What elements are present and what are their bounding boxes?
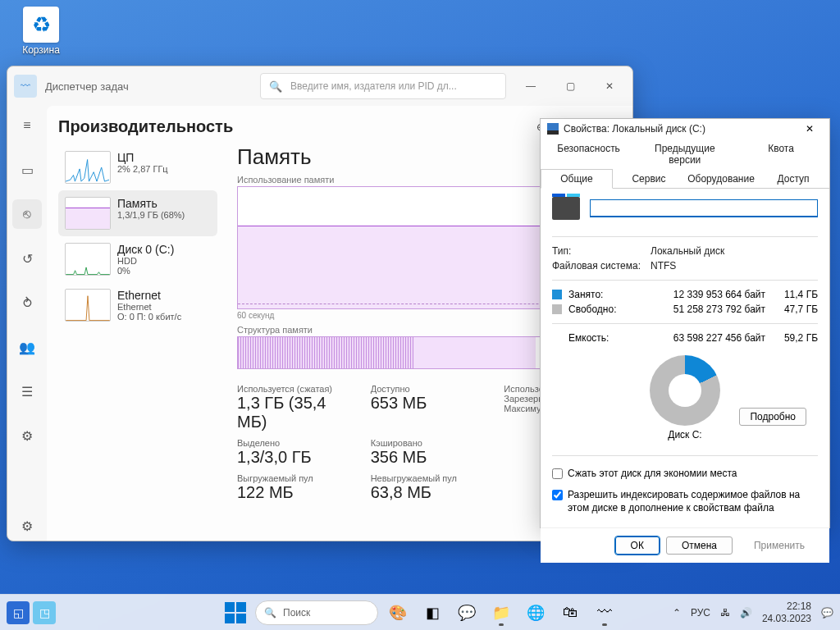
- notifications-icon[interactable]: 💬: [821, 607, 833, 619]
- index-checkbox[interactable]: [552, 490, 563, 500]
- task-view-icon[interactable]: ◧: [418, 598, 447, 628]
- search-icon: 🔍: [264, 607, 276, 619]
- disk-properties-window: Свойства: Локальный диск (C:) ✕ Безопасн…: [540, 118, 830, 528]
- network-icon[interactable]: 🖧: [720, 607, 730, 619]
- drive-large-icon: [552, 197, 580, 220]
- free-gb: 47,7 ГБ: [772, 304, 818, 315]
- compress-checkbox-row[interactable]: Сжать этот диск для экономии места: [552, 467, 818, 480]
- free-color-swatch: [552, 304, 562, 314]
- tab-sharing[interactable]: Доступ: [757, 169, 829, 189]
- drive-icon: [547, 123, 559, 135]
- edge-icon[interactable]: 🌐: [521, 598, 550, 628]
- recycle-bin[interactable]: ♻ Корзина: [15, 7, 67, 56]
- startup-icon[interactable]: ⥁: [12, 288, 42, 317]
- start-button[interactable]: [221, 598, 250, 628]
- close-button[interactable]: ✕: [593, 73, 626, 99]
- apply-button[interactable]: Применить: [739, 536, 819, 555]
- page-title: Производительность: [58, 117, 233, 136]
- services-icon[interactable]: ⚙: [12, 421, 42, 450]
- search-icon: 🔍: [269, 80, 282, 93]
- settings-icon[interactable]: ⚙: [12, 511, 42, 541]
- task-manager-search[interactable]: 🔍 Введите имя, издателя или PID дл...: [260, 73, 506, 99]
- capacity-bytes: 63 598 227 456 байт: [641, 332, 765, 344]
- properties-close-button[interactable]: ✕: [797, 119, 823, 139]
- stat-inuse: 1,3 ГБ (35,4 МБ): [237, 394, 354, 431]
- drive-filesystem: NTFS: [651, 260, 676, 272]
- stat-cached: 356 МБ: [371, 448, 488, 467]
- stat-nonpaged: 63,8 МБ: [371, 483, 488, 502]
- perf-item-memory[interactable]: Память1,3/1,9 ГБ (68%): [58, 190, 217, 236]
- taskmgr-taskbar-icon[interactable]: 〰: [590, 598, 619, 628]
- language-indicator[interactable]: РУС: [691, 607, 710, 619]
- tab-general[interactable]: Общие: [541, 169, 613, 189]
- pie-label: Диск C:: [552, 429, 818, 441]
- perf-item-ethernet[interactable]: EthernetEthernetО: 0 П: 0 кбит/с: [58, 282, 217, 328]
- drive-type: Локальный диск: [651, 245, 724, 257]
- tab-previous-versions[interactable]: Предыдущие версии: [637, 139, 733, 170]
- perf-item-cpu[interactable]: ЦП2% 2,87 ГГц: [58, 144, 217, 190]
- performance-icon[interactable]: ⎋: [12, 199, 42, 229]
- details-button[interactable]: Подробно: [739, 408, 806, 426]
- task-manager-titlebar: 〰 Диспетчер задач 🔍 Введите имя, издател…: [7, 66, 632, 106]
- details-icon[interactable]: ☰: [12, 377, 42, 406]
- recycle-bin-icon: ♻: [23, 7, 59, 43]
- used-color-swatch: [552, 290, 562, 299]
- cancel-button[interactable]: Отмена: [666, 536, 733, 555]
- maximize-button[interactable]: ▢: [554, 73, 587, 99]
- properties-title: Свойства: Локальный диск (C:): [564, 123, 705, 135]
- search-placeholder: Введите имя, издателя или PID дл...: [290, 80, 457, 92]
- app-history-icon[interactable]: ↺: [12, 244, 42, 273]
- stat-committed: 1,3/3,0 ГБ: [237, 448, 354, 467]
- stat-available: 653 МБ: [371, 394, 488, 413]
- perf-item-disk[interactable]: Диск 0 (C:)HDD0%: [58, 236, 217, 282]
- tab-tools[interactable]: Сервис: [613, 169, 685, 189]
- compress-checkbox[interactable]: [552, 468, 563, 479]
- ok-button[interactable]: ОК: [615, 536, 660, 555]
- widgets-button-2[interactable]: ◳: [33, 601, 56, 624]
- chat-icon[interactable]: 💬: [452, 598, 482, 628]
- tab-hardware[interactable]: Оборудование: [685, 169, 757, 189]
- task-manager-nav-rail: ≡ ▭ ⎋ ↺ ⥁ 👥 ☰ ⚙ ⚙: [7, 106, 47, 541]
- performance-list: ЦП2% 2,87 ГГц Память1,3/1,9 ГБ (68%) Дис…: [58, 144, 222, 541]
- explorer-icon[interactable]: 📁: [486, 598, 516, 628]
- recycle-bin-label: Корзина: [15, 44, 67, 56]
- task-manager-title: Диспетчер задач: [45, 80, 129, 93]
- disk-usage-pie: [650, 355, 720, 426]
- tab-security[interactable]: Безопасность: [541, 139, 637, 170]
- used-bytes: 12 339 953 664 байт: [641, 289, 765, 300]
- used-gb: 11,4 ГБ: [772, 289, 818, 300]
- users-icon[interactable]: 👥: [12, 332, 42, 362]
- index-checkbox-row[interactable]: Разрешить индексировать содержимое файло…: [552, 488, 818, 514]
- hamburger-icon[interactable]: ≡: [12, 111, 42, 140]
- drive-label-input[interactable]: [590, 199, 818, 217]
- store-icon[interactable]: 🛍: [555, 598, 585, 628]
- tray-chevron-icon[interactable]: ⌃: [673, 607, 681, 619]
- minimize-button[interactable]: —: [514, 73, 547, 99]
- tab-quota[interactable]: Квота: [733, 139, 829, 170]
- volume-icon[interactable]: 🔊: [740, 607, 752, 619]
- capacity-gb: 59,2 ГБ: [772, 332, 818, 344]
- taskbar: ◱ ◳ 🔍Поиск 🎨 ◧ 💬 📁 🌐 🛍 〰 ⌃ РУС 🖧 🔊 22:18…: [0, 594, 840, 630]
- copilot-icon[interactable]: 🎨: [383, 598, 413, 628]
- widgets-button[interactable]: ◱: [7, 601, 30, 624]
- properties-tabs: Безопасность Предыдущие версии Квота Общ…: [541, 139, 829, 189]
- task-manager-icon: 〰: [14, 75, 37, 98]
- stat-paged: 122 МБ: [237, 483, 354, 502]
- processes-icon[interactable]: ▭: [12, 155, 42, 185]
- properties-titlebar: Свойства: Локальный диск (C:) ✕: [541, 119, 829, 139]
- clock[interactable]: 22:18 24.03.2023: [762, 600, 811, 624]
- free-bytes: 51 258 273 792 байт: [641, 304, 765, 315]
- taskbar-search[interactable]: 🔍Поиск: [255, 600, 378, 625]
